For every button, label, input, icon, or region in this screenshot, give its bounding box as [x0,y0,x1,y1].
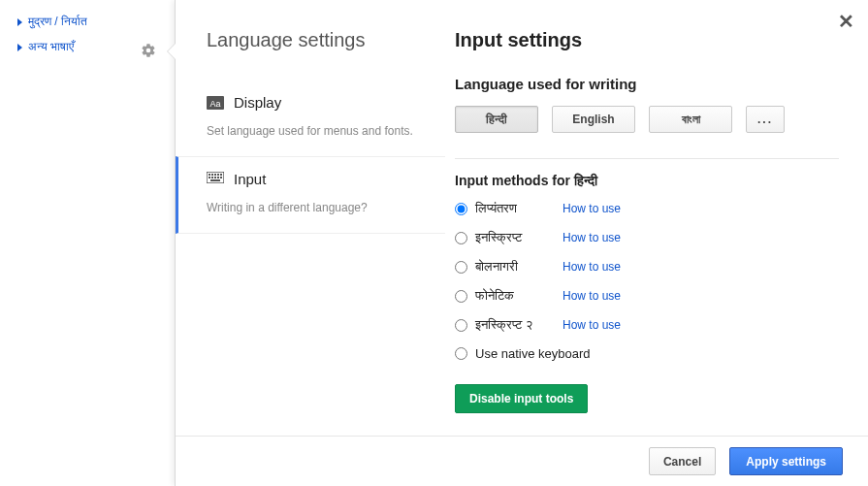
svg-text:Aa: Aa [209,98,220,108]
expand-icon [17,18,22,26]
language-section-label: Language used for writing [455,76,839,92]
dialog-pointer [167,43,176,60]
lang-button-hindi[interactable]: हिन्दी [455,106,538,133]
nav-item-desc: Writing in a different language? [207,197,435,219]
svg-rect-9 [211,177,213,178]
dialog-nav: Language settings Aa Display Set languag… [176,0,445,486]
svg-rect-10 [214,177,216,178]
input-method-row[interactable]: Use native keyboard [455,346,839,361]
language-buttons-row: हिन्दी English বাংলা ... [455,106,839,133]
nav-item-title: Display [234,94,281,111]
input-method-radio[interactable] [455,290,467,303]
how-to-use-link[interactable]: How to use [563,318,621,332]
disable-input-tools-button[interactable]: Disable input tools [455,384,588,413]
input-method-row[interactable]: लिप्यंतरण How to use [455,201,839,216]
nav-item-display[interactable]: Aa Display Set language used for menus a… [207,81,445,156]
left-rail-item-print-export[interactable]: मुद्रण / निर्यात [17,15,165,28]
nav-item-title: Input [234,171,266,187]
svg-rect-5 [214,174,216,176]
nav-item-input[interactable]: Input Writing in a different language? [176,156,445,234]
input-methods-section: Input methods for हिन्दी लिप्यंतरण How t… [455,158,839,413]
input-method-label: बोलनागरी [475,259,547,275]
input-method-label: फोनेटिक [475,288,547,304]
display-aa-icon: Aa [207,96,224,110]
dialog-title: Language settings [207,29,445,51]
input-method-row[interactable]: इनस्क्रिप्ट How to use [455,230,839,245]
input-method-row[interactable]: फोनेटिक How to use [455,288,839,304]
left-rail-label: मुद्रण / निर्यात [28,15,87,28]
gear-icon[interactable] [141,43,156,58]
language-settings-dialog: ✕ Language settings Aa Display Set langu… [175,0,868,486]
cancel-button[interactable]: Cancel [649,447,716,475]
dialog-content: Input settings Language used for writing… [445,0,868,486]
svg-rect-4 [211,174,213,176]
expand-icon [17,44,22,51]
svg-rect-13 [210,179,220,181]
lang-button-more[interactable]: ... [746,106,785,133]
content-title: Input settings [455,29,839,51]
input-methods-heading: Input methods for हिन्दी [455,173,839,189]
input-method-radio[interactable] [455,232,467,244]
svg-rect-6 [217,174,219,176]
how-to-use-link[interactable]: How to use [563,202,621,215]
lang-button-english[interactable]: English [552,106,635,133]
input-method-radio[interactable] [455,203,467,215]
input-method-label: इनस्क्रिप्ट [475,230,547,245]
svg-rect-8 [209,177,210,178]
input-method-radio[interactable] [455,261,467,274]
nav-item-desc: Set language used for menus and fonts. [207,120,435,143]
input-method-radio[interactable] [455,319,467,332]
input-method-row[interactable]: इनस्क्रिप्ट २ How to use [455,317,839,333]
apply-settings-button[interactable]: Apply settings [729,447,843,475]
input-method-label: लिप्यंतरण [475,201,547,216]
dialog-footer: Cancel Apply settings [176,436,868,486]
left-rail-label: अन्य भाषाएँ [28,40,74,53]
how-to-use-link[interactable]: How to use [563,289,621,303]
input-method-label: इनस्क्रिप्ट २ [475,317,547,333]
how-to-use-link[interactable]: How to use [563,260,621,274]
keyboard-icon [207,172,224,185]
how-to-use-link[interactable]: How to use [563,231,621,244]
input-method-label: Use native keyboard [475,346,591,361]
svg-rect-11 [217,177,219,178]
svg-rect-12 [220,177,222,178]
lang-button-bengali[interactable]: বাংলা [649,106,732,133]
page-left-rail: मुद्रण / निर्यात अन्य भाषाएँ [0,0,175,65]
svg-rect-7 [220,174,222,176]
svg-rect-3 [209,174,210,176]
input-method-row[interactable]: बोलनागरी How to use [455,259,839,275]
input-method-radio[interactable] [455,347,467,360]
